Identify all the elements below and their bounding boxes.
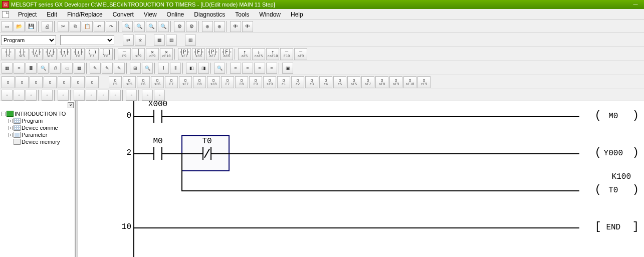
tb4r-c1[interactable]: ▫c1 <box>277 76 290 88</box>
undo-button[interactable] <box>94 21 105 32</box>
ld-element-f5[interactable]: ┤├F5 <box>2 48 15 60</box>
tb3-e12[interactable]: Ⅰ <box>158 63 169 74</box>
menu-edit[interactable]: Edit <box>42 10 62 19</box>
tb3-e8[interactable]: ✎ <box>102 63 113 74</box>
collapse-icon[interactable]: − <box>1 112 6 116</box>
ld-element-af7[interactable]: ┤P├aF7 <box>206 48 219 60</box>
ld-element-sf5[interactable]: ┤├sF5 <box>16 48 29 60</box>
tb3-e19[interactable]: ≡ <box>254 63 265 74</box>
tree-item-devicememory[interactable]: Device memory <box>1 138 74 145</box>
tb3-e4[interactable]: ⎙ <box>50 63 61 74</box>
tb4r-f5[interactable]: ▫F5 <box>109 76 122 88</box>
menu-findreplace[interactable]: Find/Replace <box>62 10 108 19</box>
tb5-v12[interactable]: ▫ <box>154 90 165 101</box>
tb3-e6[interactable]: ▦ <box>74 63 85 74</box>
find-instr-button[interactable] <box>146 21 157 32</box>
print-button[interactable] <box>42 21 53 32</box>
menu-project[interactable]: Project <box>13 10 42 19</box>
ld-element-sf9[interactable]: │sF9 <box>132 48 145 60</box>
new-button[interactable] <box>2 21 13 32</box>
tb3-e3[interactable]: 🔍 <box>38 63 49 74</box>
coil-end[interactable]: [END] <box>595 220 639 233</box>
menu-diagnostics[interactable]: Diagnostics <box>189 10 230 19</box>
tb5-v10[interactable]: ▫ <box>126 90 137 101</box>
reference-button[interactable]: ※ <box>135 35 146 46</box>
open-button[interactable] <box>14 21 25 32</box>
tb4r-f7[interactable]: ▫F7 <box>221 76 234 88</box>
expand-icon[interactable]: + <box>8 126 13 130</box>
tb3-e20[interactable]: ≡ <box>266 63 277 74</box>
panel-close-button[interactable]: × <box>68 102 74 108</box>
expand-icon[interactable]: + <box>8 119 13 123</box>
ld-element-af5[interactable]: ↑aF5 <box>238 48 251 60</box>
tb3-e13[interactable]: Ⅱ <box>170 63 181 74</box>
ld-element-sf8[interactable]: ┤F├sF8 <box>192 48 205 60</box>
find-device-button[interactable] <box>134 21 145 32</box>
tb4r-sf6[interactable]: ▫sF6 <box>151 76 164 88</box>
tb3-e9[interactable]: ✎ <box>114 63 125 74</box>
cut-button[interactable] <box>58 21 69 32</box>
menu-convert[interactable]: Convert <box>108 10 139 19</box>
tb4r-af10[interactable]: ▫aF10 <box>403 76 416 88</box>
zoom-out-button[interactable] <box>214 21 225 32</box>
verify-button[interactable] <box>242 21 253 32</box>
tb4-t3[interactable]: ▫ <box>30 76 43 88</box>
tb4r-f7[interactable]: ▫F7 <box>165 76 178 88</box>
tb4r-af8[interactable]: ▫aF8 <box>375 76 388 88</box>
tb4-t1[interactable]: ▫ <box>2 76 15 88</box>
tb4-t4[interactable]: ▫ <box>44 76 57 88</box>
rung-2[interactable]: 2M0T0(Y000)K100(T0) <box>78 138 644 212</box>
tb5-v6[interactable]: ▫ <box>74 90 85 101</box>
redo-button[interactable] <box>106 21 117 32</box>
tb2-b3[interactable]: ▥ <box>185 35 196 46</box>
tb5-v11[interactable]: ▫ <box>142 90 153 101</box>
tb3-e14[interactable]: ◧ <box>186 63 197 74</box>
tb4-t2[interactable]: ▫ <box>16 76 29 88</box>
ld-element-f6[interactable]: ┤/├F6 <box>30 48 43 60</box>
tb5-v9[interactable]: ▫ <box>110 90 121 101</box>
tb4r-f8[interactable]: ▫F8 <box>193 76 206 88</box>
transfer-button[interactable] <box>230 21 241 32</box>
tb3-bk[interactable]: ▦ <box>2 63 13 74</box>
tb3-e15[interactable]: ◨ <box>198 63 209 74</box>
tb2-b1[interactable]: ▦ <box>154 35 165 46</box>
tb5-v7[interactable]: ▫ <box>86 90 97 101</box>
zoom-in-button[interactable] <box>202 21 213 32</box>
find-string-button[interactable] <box>158 21 169 32</box>
contact-x000[interactable]: X000 <box>153 110 162 123</box>
tb4r-f6[interactable]: ▫F6 <box>137 76 150 88</box>
minimize-button[interactable]: — <box>629 2 642 7</box>
tree-item-program[interactable]: +Program <box>1 117 74 124</box>
tb5-v1[interactable]: ▫ <box>2 90 13 101</box>
coil-y000[interactable]: (Y000) <box>595 146 639 159</box>
ld-element-cf10[interactable]: ✕cF10 <box>160 48 173 60</box>
ld-element-caf5[interactable]: ↓caF5 <box>252 48 265 60</box>
tb3-e11[interactable]: 🔍 <box>142 63 153 74</box>
ld-element-f10[interactable]: ─F10 <box>280 48 293 60</box>
contact-m0[interactable]: M0 <box>153 147 162 160</box>
tb4r-af7[interactable]: ▫aF7 <box>361 76 374 88</box>
ld-element-f7[interactable]: ( )F7 <box>86 48 99 60</box>
tb4r-cf9[interactable]: ▫cF9 <box>417 76 431 88</box>
tb4r-af5[interactable]: ▫aF5 <box>347 76 360 88</box>
menu-online[interactable]: Online <box>162 10 189 19</box>
tb3-e2[interactable]: ≣ <box>26 63 37 74</box>
tb3-e10[interactable]: ⊞ <box>130 63 141 74</box>
ld-element-f8[interactable]: ┤↓├F8 <box>72 48 85 60</box>
expand-icon[interactable]: + <box>8 133 13 137</box>
find-button[interactable] <box>122 21 133 32</box>
ld-element-f7[interactable]: ┤↑├F7 <box>58 48 71 60</box>
project-tree[interactable]: − INTRODUCTION TO +Program+Device comme+… <box>0 101 75 146</box>
coil-t0[interactable]: K100(T0) <box>595 183 639 196</box>
convert-button[interactable] <box>174 21 185 32</box>
ladder-editor[interactable]: 0X000(M0)2M0T0(Y000)K100(T0)10[END] <box>78 101 644 257</box>
tb3-e7[interactable]: ✎ <box>90 63 101 74</box>
save-button[interactable] <box>26 21 37 32</box>
menu-tools[interactable]: Tools <box>230 10 254 19</box>
tb3-e18[interactable]: ≡ <box>242 63 253 74</box>
tb3-e5[interactable]: ▭ <box>62 63 73 74</box>
ld-element-sf7[interactable]: ┤P├sF7 <box>178 48 191 60</box>
rung-0[interactable]: 0X000(M0) <box>78 101 644 138</box>
ld-element-af8[interactable]: ┤F├aF8 <box>220 48 233 60</box>
copy-button[interactable] <box>70 21 81 32</box>
